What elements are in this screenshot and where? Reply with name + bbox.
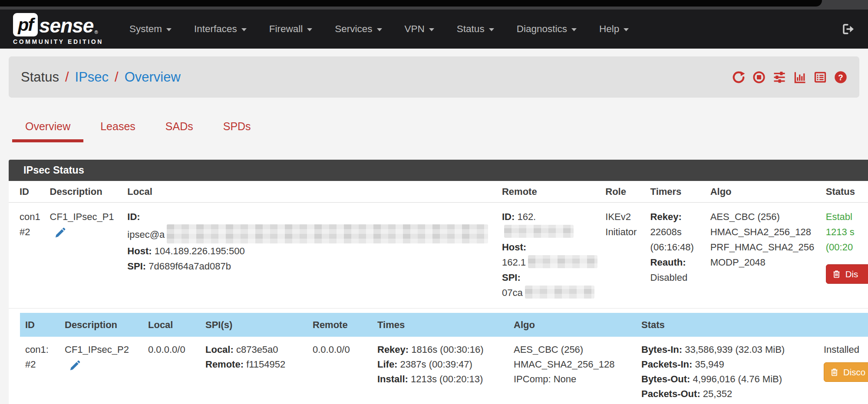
tab-overview[interactable]: Overview — [12, 120, 83, 142]
table-row-p2: con1: #2 CF1_IPsec_P2 0.0.0.0/0 — [20, 337, 868, 404]
stat-bytes-out-label: Bytes-Out: — [641, 374, 690, 384]
p1-timers-cell: Rekey: 22608s (06:16:48) Reauth: Disable… — [650, 209, 710, 300]
tab-sads[interactable]: SADs — [152, 120, 206, 142]
time-rekey-value: 1816s (00:30:16) — [411, 344, 483, 355]
pfsense-logo-row: pf sense ® — [13, 13, 103, 36]
nav-item-label: Diagnostics — [517, 23, 567, 35]
rekey-seconds: 22608s — [650, 227, 682, 237]
col-header-local: Local — [127, 181, 502, 202]
role-value: Initiator — [605, 227, 637, 237]
rekey-label: Rekey: — [650, 211, 682, 222]
p2-algo-enc: AES_CBC (256) — [514, 344, 583, 355]
tab-label: Leases — [100, 120, 135, 132]
algo-hmac: HMAC_SHA2_256_128 — [710, 227, 811, 237]
disconnect-button-label: Dis — [845, 266, 858, 282]
disconnect-button[interactable]: Dis — [826, 264, 868, 284]
nav-item-label: Interfaces — [194, 23, 237, 35]
nav-item-label: Status — [457, 23, 485, 35]
p2-stats-cell: Bytes-In: 33,586,939 (32.03 MiB) Packets… — [636, 342, 818, 401]
local-host-label: Host: — [127, 246, 152, 256]
child-table-header: ID Description Local SPI(s) Remote Times… — [20, 313, 868, 337]
breadcrumb: Status / IPsec / Overview — [21, 69, 181, 85]
nav-item-firewall[interactable]: Firewall — [258, 23, 324, 35]
tab-leases[interactable]: Leases — [87, 120, 149, 142]
nav-item-status[interactable]: Status — [446, 23, 505, 35]
spi-local-label: Local: — [205, 344, 234, 355]
disconnect-child-button-label: Disco — [843, 365, 865, 380]
remote-spi-value: 07ca — [502, 287, 523, 298]
refresh-icon[interactable] — [732, 71, 745, 84]
chevron-down-icon — [571, 28, 577, 31]
remote-id-value: 162. — [517, 211, 536, 222]
p1-id: con1 — [20, 211, 40, 222]
col-header-role: Role — [605, 181, 650, 202]
edit-pencil-icon[interactable] — [54, 227, 66, 239]
nav-item-interfaces[interactable]: Interfaces — [183, 23, 258, 35]
p1-description-cell: CF1_IPsec_P1 — [50, 209, 128, 300]
redacted-remote-spi — [525, 286, 594, 299]
status-state: Establ — [826, 211, 852, 222]
tab-spds[interactable]: SPDs — [210, 120, 264, 142]
graph-icon[interactable] — [793, 71, 806, 84]
registered-mark: ® — [94, 30, 98, 35]
ipsec-status-panel: IPsec Status ID Description Local Remote… — [9, 160, 868, 404]
breadcrumb-status: Status — [21, 69, 59, 85]
nav-item-help[interactable]: Help — [588, 23, 640, 35]
col-header-remote: Remote — [502, 181, 605, 202]
chevron-down-icon — [377, 28, 382, 31]
edit-pencil-icon[interactable] — [69, 360, 81, 371]
p2-description-cell: CF1_IPsec_P2 — [59, 342, 143, 401]
nav-item-label: System — [129, 23, 162, 35]
log-icon[interactable] — [814, 71, 827, 84]
panel-title: IPsec Status — [9, 160, 868, 181]
p1-algo-cell: AES_CBC (256) HMAC_SHA2_256_128 PRF_HMAC… — [710, 209, 826, 300]
pfsense-logo[interactable]: pf sense ® COMMUNITY EDITION — [13, 13, 103, 45]
breadcrumb-ipsec-link[interactable]: IPsec — [75, 69, 109, 85]
nav-item-vpn[interactable]: VPN — [393, 23, 446, 35]
table-row-p1: con1 #2 CF1_IPsec_P1 ID: ipsec@a Host: 1… — [9, 203, 868, 309]
stat-packets-out-value: 25,352 — [703, 388, 732, 399]
chevron-down-icon — [489, 28, 494, 31]
child-col-remote: Remote — [307, 318, 372, 332]
nav-item-system[interactable]: System — [118, 23, 183, 35]
p1-status-cell: Establ 1213 s (00:20 Dis — [826, 209, 868, 300]
p2-remote-cell: 0.0.0.0/0 — [307, 342, 372, 401]
reauth-label: Reauth: — [650, 257, 686, 268]
algo-enc: AES_CBC (256) — [710, 211, 780, 222]
p2-local-cell: 0.0.0.0/0 — [143, 342, 200, 401]
stat-packets-in-value: 35,949 — [695, 359, 724, 370]
nav-item-label: VPN — [405, 23, 425, 35]
tab-label: SADs — [165, 120, 193, 132]
nav-item-diagnostics[interactable]: Diagnostics — [505, 23, 588, 35]
time-life-value: 2387s (00:39:47) — [400, 359, 472, 370]
p1-id-num: #2 — [20, 227, 30, 237]
local-spi-value: 7d689f64a7ad087b — [149, 261, 231, 272]
nav-item-services[interactable]: Services — [323, 23, 393, 35]
sliders-icon[interactable] — [773, 71, 786, 84]
time-install-value: 1213s (00:20:13) — [411, 374, 483, 384]
p1-role-cell: IKEv2 Initiator — [605, 209, 650, 300]
p2-algo-cell: AES_CBC (256) HMAC_SHA2_256_128 IPComp: … — [508, 342, 636, 401]
disconnect-child-button[interactable]: Disco — [824, 362, 868, 382]
stop-icon[interactable] — [752, 71, 766, 84]
p1-id-cell: con1 #2 — [9, 209, 50, 300]
breadcrumb-bar: Status / IPsec / Overview — [9, 56, 859, 98]
p2-description: CF1_IPsec_P2 — [65, 344, 129, 355]
breadcrumb-separator: / — [115, 69, 119, 85]
sign-out-icon[interactable] — [841, 22, 855, 36]
breadcrumb-actions: ? — [732, 71, 847, 84]
chevron-down-icon — [241, 28, 247, 31]
tab-label: SPDs — [223, 120, 251, 132]
breadcrumb-overview-link[interactable]: Overview — [125, 69, 181, 85]
help-icon[interactable]: ? — [834, 71, 847, 84]
stat-bytes-in-value: 33,586,939 (32.03 MiB) — [685, 344, 785, 355]
spi-remote-value: f1154952 — [246, 359, 285, 370]
local-id-label: ID: — [127, 211, 140, 222]
p2-id: con1: — [25, 344, 49, 355]
col-header-id: ID — [9, 181, 50, 202]
spi-local-value: c873e5a0 — [236, 344, 278, 355]
col-header-algo: Algo — [710, 181, 826, 202]
time-install-label: Install: — [377, 374, 408, 384]
nav-item-label: Services — [335, 23, 372, 35]
spi-remote-label: Remote: — [205, 359, 244, 370]
